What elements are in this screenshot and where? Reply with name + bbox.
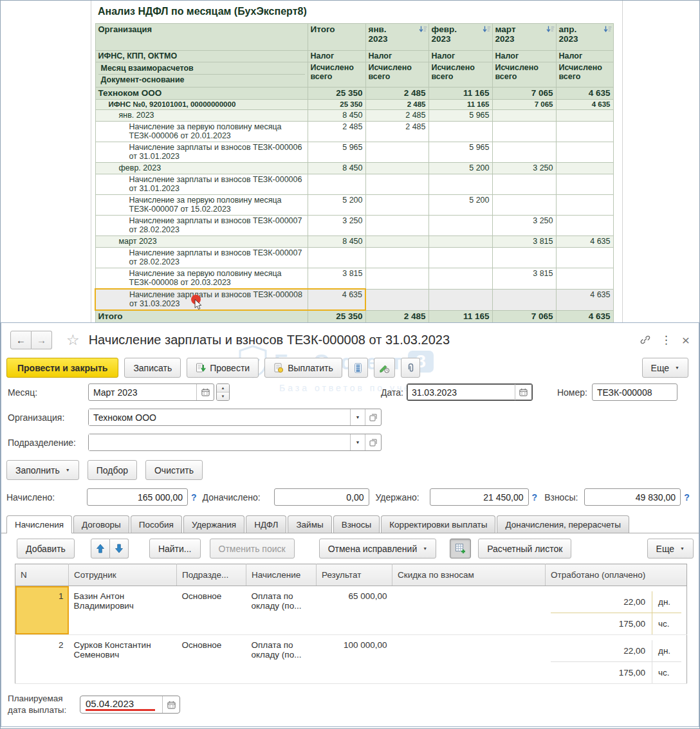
report-col-month[interactable]: янв.2023 [365, 24, 428, 51]
report-col-month[interactable]: февр.2023 [428, 24, 492, 51]
grid-row[interactable]: 1Базин Антон ВладимировичОсновноеОплата … [15, 586, 687, 635]
pay-button[interactable]: Выплатить [264, 358, 342, 378]
report-cell[interactable] [308, 248, 365, 268]
report-cell[interactable] [492, 248, 556, 268]
row-number-cell[interactable]: 1 [15, 586, 69, 635]
grid-row[interactable]: 2Сурков Константин СеменовичОсновноеОпла… [15, 635, 687, 684]
chevron-down-icon[interactable]: ▼ [350, 434, 365, 450]
report-col-total[interactable]: Итого [308, 24, 365, 51]
report-col-month[interactable]: март2023 [492, 24, 556, 51]
report-row[interactable]: Начисление зарплаты и взносов ТЕЗК-00000… [95, 289, 613, 310]
open-item-icon[interactable] [365, 409, 381, 425]
report-row-label[interactable]: Начисление зарплаты и взносов ТЕЗК-00000… [95, 289, 308, 310]
report-cell[interactable]: 3 250 [308, 216, 365, 236]
help-icon[interactable]: ? [532, 492, 538, 503]
report-cell[interactable]: 7 065 [492, 100, 556, 110]
grid-col-5[interactable]: Результат [317, 564, 392, 586]
report-cell[interactable] [365, 195, 428, 216]
cancel-search-button[interactable]: Отменить поиск [210, 539, 295, 558]
report-cell[interactable]: 2 485 [365, 110, 428, 122]
report-cell[interactable] [365, 248, 428, 268]
edit-history-icon-button[interactable] [374, 358, 395, 378]
report-cell[interactable]: 5 965 [308, 142, 365, 163]
report-row[interactable]: Начисление зарплаты и взносов ТЕЗК-00000… [95, 248, 613, 268]
discount-cell[interactable] [392, 635, 546, 684]
contributions-input[interactable] [585, 489, 680, 505]
cancel-corrections-button[interactable]: Отмена исправлений ▼ [319, 539, 436, 558]
accrued-input[interactable] [88, 489, 187, 505]
report-row-label[interactable]: Начисление за первую половину месяца ТЕЗ… [95, 195, 308, 216]
report-cell[interactable] [428, 236, 492, 248]
calendar-icon[interactable] [162, 696, 180, 713]
report-row-label[interactable]: февр. 2023 [95, 163, 308, 174]
worked-cell[interactable]: 22,00дн.175,00чс. [546, 635, 687, 684]
employee-cell[interactable]: Базин Антон Владимирович [69, 586, 177, 635]
calendar-icon[interactable] [196, 384, 214, 400]
report-cell[interactable] [556, 195, 613, 216]
report-row-label[interactable]: Итого [95, 310, 308, 323]
grid-col-2[interactable]: Сотрудник [69, 564, 177, 586]
get-link-icon[interactable] [640, 335, 650, 345]
report-cell[interactable]: 5 200 [308, 195, 365, 216]
grid-more-button[interactable]: Еще ▼ [647, 539, 694, 558]
worked-cell[interactable]: 22,00дн.175,00чс. [546, 586, 687, 635]
tab-7[interactable]: Взносы [333, 515, 380, 533]
grid-col-7[interactable]: Отработано (оплачено) [546, 564, 687, 586]
report-row[interactable]: март 20238 4503 8154 635 [95, 236, 613, 248]
accrual-cell[interactable]: Оплата по окладу (по... [246, 635, 317, 684]
report-cell[interactable]: 4 635 [308, 289, 365, 310]
number-input[interactable] [593, 384, 677, 400]
report-cell[interactable]: 2 485 [365, 122, 428, 142]
report-cell[interactable]: 2 485 [365, 310, 428, 323]
report-cell[interactable] [365, 268, 428, 290]
report-cell[interactable]: 11 165 [428, 310, 492, 323]
report-row[interactable]: Итого25 3502 48511 1657 0654 635 [95, 310, 613, 323]
tab-4[interactable]: Удержания [183, 515, 244, 533]
add-row-button[interactable]: Добавить [17, 539, 75, 558]
report-row-label[interactable]: ИФНС №0, 920101001, 00000000000 [95, 100, 308, 110]
report-cell[interactable]: 3 815 [492, 268, 556, 290]
help-icon[interactable]: ? [684, 492, 690, 503]
department-cell[interactable]: Основное [177, 586, 246, 635]
report-cell[interactable]: 4 635 [556, 289, 613, 310]
calendar-icon[interactable] [515, 384, 532, 400]
report-cell[interactable]: 11 165 [428, 88, 492, 100]
report-cell[interactable] [365, 174, 428, 195]
report-row[interactable]: янв. 20238 4502 4855 965 [95, 110, 613, 122]
report-cell[interactable] [556, 174, 613, 195]
report-row[interactable]: Начисление за первую половину месяца ТЕЗ… [95, 122, 613, 142]
report-cell[interactable]: 5 965 [428, 110, 492, 122]
report-row[interactable]: Начисление зарплаты и взносов ТЕЗК-00000… [95, 174, 613, 195]
result-cell[interactable]: 100 000,00 [317, 635, 392, 684]
report-row[interactable]: Техноком ООО25 3502 48511 1657 0654 635 [95, 88, 613, 100]
help-icon[interactable]: ? [191, 492, 197, 503]
report-cell[interactable] [492, 122, 556, 142]
report-col-month[interactable]: апр.2023 [556, 24, 613, 51]
report-cell[interactable] [556, 110, 613, 122]
report-cell[interactable] [556, 216, 613, 236]
report-cell[interactable]: 2 485 [365, 88, 428, 100]
report-cell[interactable]: 3 250 [492, 216, 556, 236]
post-and-close-button[interactable]: Провести и закрыть [6, 358, 118, 378]
grid-col-1[interactable]: N [15, 564, 69, 586]
report-cell[interactable]: 5 965 [428, 142, 492, 163]
report-row-label[interactable]: янв. 2023 [95, 110, 308, 122]
discount-cell[interactable] [392, 586, 546, 635]
report-cell[interactable] [556, 268, 613, 290]
report-cell[interactable] [556, 163, 613, 174]
month-input[interactable] [89, 384, 196, 400]
report-col-organization[interactable]: Организация [95, 24, 308, 51]
report-cell[interactable] [365, 289, 428, 310]
report-cell[interactable] [365, 142, 428, 163]
grid-col-6[interactable]: Скидка по взносам [392, 564, 546, 586]
withheld-input[interactable] [430, 489, 528, 505]
report-cell[interactable]: 4 635 [556, 100, 613, 110]
report-cell[interactable] [428, 174, 492, 195]
post-button[interactable]: Провести [187, 358, 259, 378]
report-cell[interactable]: 2 485 [308, 122, 365, 142]
report-row-label[interactable]: Начисление зарплаты и взносов ТЕЗК-00000… [95, 216, 308, 236]
row-number-cell[interactable]: 2 [15, 635, 69, 684]
open-item-icon[interactable] [365, 434, 381, 450]
spinner-down-icon[interactable]: ▼ [217, 392, 229, 400]
report-row[interactable]: Начисление за первую половину месяца ТЕЗ… [95, 195, 613, 216]
